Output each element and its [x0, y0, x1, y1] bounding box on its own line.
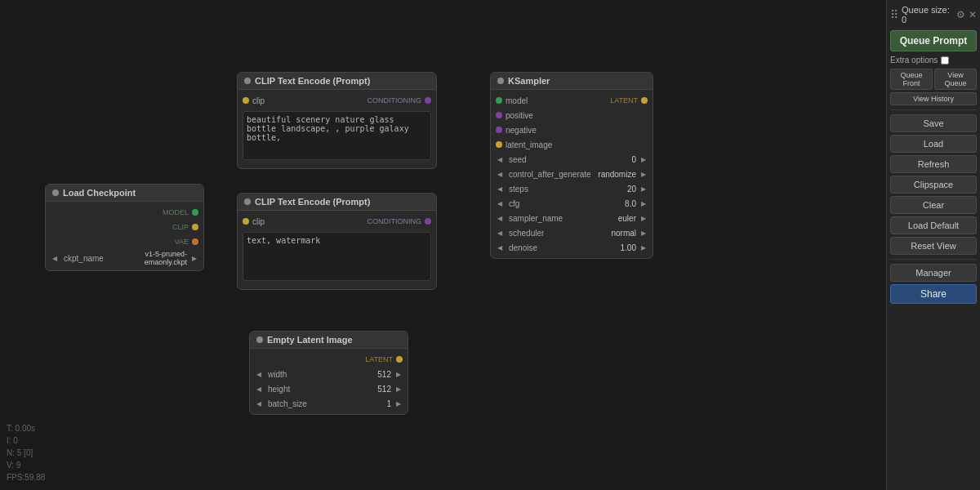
extra-options-label: Extra options — [890, 56, 938, 65]
clip-text-2-textarea[interactable]: text, watermark — [243, 232, 431, 281]
port-dot-latent-out — [396, 356, 403, 363]
model-label: MODEL — [163, 208, 189, 216]
node-dot-empty — [256, 336, 263, 343]
node-load-checkpoint-header: Load Checkpoint — [46, 185, 203, 202]
slider-scheduler[interactable]: ◀ scheduler normal ▶ — [491, 225, 653, 240]
slider-ckpt[interactable]: ◀ ckpt_name v1-5-pruned-emaonly.ckpt ▶ — [46, 249, 203, 267]
port-dot-clip-in-2 — [243, 218, 249, 225]
ks-positive-label: positive — [506, 111, 533, 120]
steps-arrow-right[interactable]: ▶ — [639, 185, 648, 193]
refresh-button[interactable]: Refresh — [890, 155, 977, 173]
slider-batch[interactable]: ◀ batch_size 1 ▶ — [250, 396, 408, 411]
port-dot-clip-in-1 — [243, 97, 249, 104]
view-queue-button[interactable]: View Queue — [934, 69, 977, 90]
height-value: 512 — [367, 385, 391, 394]
control-label: control_after_generate — [507, 170, 595, 179]
port-left-ks-negative: negative — [496, 126, 537, 135]
cond-label-2: CONDITIONING — [368, 217, 422, 225]
cfg-arrow-right[interactable]: ▶ — [639, 199, 648, 207]
seed-arrow-left[interactable]: ◀ — [496, 155, 504, 163]
panel-settings-icon[interactable]: ⚙ — [956, 9, 965, 20]
queue-prompt-button[interactable]: Queue Prompt — [890, 30, 977, 51]
node-clip-text-2-header: CLIP Text Encode (Prompt) — [238, 194, 436, 211]
ckpt-label: ckpt_name — [62, 254, 104, 263]
clip-text-1-textarea[interactable]: beautiful scenery nature glass bottle la… — [243, 111, 431, 160]
port-right-ks-latent: LATENT — [610, 96, 648, 105]
denoise-arrow-left[interactable]: ◀ — [496, 243, 504, 252]
node-empty-latent-body: LATENT ◀ width 512 ▶ ◀ height 512 ▶ ◀ — [250, 349, 408, 414]
sampler-arrow-left[interactable]: ◀ — [496, 214, 504, 222]
batch-arrow-left[interactable]: ◀ — [255, 399, 263, 408]
panel-close-icon[interactable]: ✕ — [969, 9, 977, 20]
sampler-arrow-right[interactable]: ▶ — [639, 214, 648, 222]
ks-latent-in-label: latent_image — [506, 140, 552, 149]
node-dot-1 — [244, 78, 251, 84]
width-arrow-left[interactable]: ◀ — [255, 370, 263, 378]
extra-options-checkbox[interactable] — [941, 56, 949, 65]
port-right-cond-1: CONDITIONING — [368, 96, 432, 105]
node-ksampler-body: model LATENT positive negative — [491, 90, 653, 258]
port-right-latent-out: LATENT — [365, 355, 403, 363]
denoise-arrow-right[interactable]: ▶ — [639, 243, 648, 252]
scheduler-arrow-left[interactable]: ◀ — [496, 229, 504, 237]
node-ksampler-header: KSampler — [491, 73, 653, 90]
cfg-value: 8.0 — [612, 199, 636, 208]
view-history-button[interactable]: View History — [890, 92, 977, 105]
port-row-ks-positive: positive — [491, 108, 653, 122]
latent-label-out: LATENT — [365, 355, 393, 363]
node-clip-text-2-title: CLIP Text Encode (Prompt) — [255, 197, 370, 207]
queue-front-button[interactable]: Queue Front — [890, 69, 933, 90]
node-ksampler-title: KSampler — [508, 76, 550, 86]
port-left-ks-positive: positive — [496, 111, 533, 120]
height-arrow-left[interactable]: ◀ — [255, 385, 263, 393]
reset-view-button[interactable]: Reset View — [890, 237, 977, 255]
ckpt-arrow-left[interactable]: ◀ — [51, 254, 59, 262]
clipspace-button[interactable]: Clipspace — [890, 176, 977, 194]
height-label: height — [266, 385, 363, 394]
node-clip-text-1-title: CLIP Text Encode (Prompt) — [255, 76, 370, 86]
node-dot-ksampler — [497, 78, 504, 84]
sampler-value: euler — [612, 214, 636, 223]
clear-button[interactable]: Clear — [890, 196, 977, 214]
node-empty-latent-header: Empty Latent Image — [250, 332, 408, 349]
slider-width[interactable]: ◀ width 512 ▶ — [250, 367, 408, 381]
control-arrow-right[interactable]: ▶ — [639, 170, 648, 178]
port-row-clip-in-1: clip CONDITIONING — [238, 93, 436, 108]
save-button[interactable]: Save — [890, 114, 977, 132]
batch-arrow-right[interactable]: ▶ — [394, 399, 403, 408]
scheduler-arrow-right[interactable]: ▶ — [639, 229, 648, 237]
panel-drag-handle[interactable]: ⠿ — [890, 8, 898, 21]
slider-denoise[interactable]: ◀ denoise 1.00 ▶ — [491, 240, 653, 255]
scheduler-value: normal — [611, 229, 636, 238]
load-button[interactable]: Load — [890, 135, 977, 153]
slider-cfg[interactable]: ◀ cfg 8.0 ▶ — [491, 196, 653, 211]
node-empty-latent-title: Empty Latent Image — [267, 335, 353, 345]
queue-size-label: Queue size: 0 — [902, 5, 953, 24]
node-dot-2 — [244, 198, 251, 205]
cfg-arrow-left[interactable]: ◀ — [496, 199, 504, 207]
slider-control[interactable]: ◀ control_after_generate randomize ▶ — [491, 167, 653, 181]
node-clip-text-2-body: clip CONDITIONING text, watermark — [238, 211, 436, 289]
manager-button[interactable]: Manager — [890, 264, 977, 282]
share-button[interactable]: Share — [890, 284, 977, 304]
cfg-label: cfg — [507, 199, 608, 208]
slider-steps[interactable]: ◀ steps 20 ▶ — [491, 181, 653, 196]
clip-port-label-2: clip — [252, 217, 265, 226]
port-dot-model — [192, 209, 198, 216]
node-clip-text-1-body: clip CONDITIONING beautiful scenery natu… — [238, 90, 436, 168]
slider-seed[interactable]: ◀ seed 0 ▶ — [491, 152, 653, 167]
ckpt-arrow-right[interactable]: ▶ — [190, 254, 198, 262]
steps-arrow-left[interactable]: ◀ — [496, 185, 504, 193]
height-arrow-right[interactable]: ▶ — [394, 385, 403, 393]
control-value: randomize — [598, 170, 636, 179]
port-dot-ks-positive — [496, 112, 502, 118]
seed-arrow-right[interactable]: ▶ — [639, 155, 648, 163]
load-default-button[interactable]: Load Default — [890, 216, 977, 234]
control-arrow-left[interactable]: ◀ — [496, 170, 504, 178]
slider-height[interactable]: ◀ height 512 ▶ — [250, 381, 408, 396]
slider-sampler[interactable]: ◀ sampler_name euler ▶ — [491, 211, 653, 225]
width-arrow-right[interactable]: ▶ — [394, 370, 403, 378]
port-row-latent-out: LATENT — [250, 352, 408, 367]
stats-overlay: T: 0.00s I: 0 N: 5 [0] V: 9 FPS:59.88 — [7, 422, 45, 483]
port-row-model: MODEL — [46, 205, 203, 220]
